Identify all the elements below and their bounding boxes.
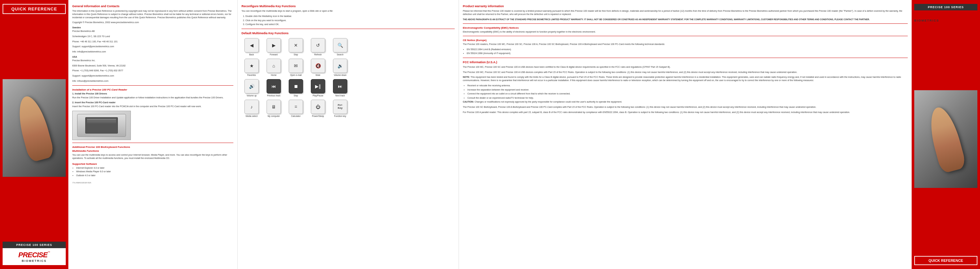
default-keys-title: Default Multimedia Key Functions <box>242 32 455 35</box>
key-mycomputer: 🖥 My computer <box>264 100 284 118</box>
forward-key-label: Forward <box>270 53 278 56</box>
key-refresh: ↺ Refresh <box>308 38 328 56</box>
fcc-caution-label: CAUTION: <box>463 100 474 103</box>
playpause-key-icon: ▶‖ <box>311 79 325 94</box>
quick-reference-title: QUICK REFERENCE <box>3 4 66 14</box>
volup-key-label: Volume up <box>247 94 257 97</box>
key-media: ♪ Media select <box>242 100 262 118</box>
warranty-section: Product warranty information Please be i… <box>463 5 908 21</box>
fcc-note-label: NOTE: <box>463 76 471 78</box>
stop2-key-label: Stop <box>294 94 298 97</box>
divider-2 <box>72 143 233 143</box>
keyboard-row-4: ♪ Media select 🖥 My computer = Calculato… <box>242 100 455 118</box>
fcc-measure-3: Connect the equipment into an outlet on … <box>468 92 908 96</box>
logo-tm-left: ™ <box>48 251 50 254</box>
fcc-note-body: This equipment has been tested and found… <box>463 76 901 81</box>
mute-key-icon: 🔇 <box>311 59 325 73</box>
pcmcia-image <box>72 111 131 140</box>
search-key-icon: 🔍 <box>333 38 347 53</box>
reconfigure-body: You can reconfigure the multimedia keys … <box>242 10 455 13</box>
keyboard-grid: ◀ Back ▶ Forward ✕ Stop ↺ Refresh <box>242 38 455 117</box>
fcc-measure-4: Consult the dealer or an experienced rad… <box>468 96 908 100</box>
fcc-measure-1: Reorient or relocate the receiving anten… <box>468 84 908 88</box>
calculator-key-icon: = <box>289 100 303 114</box>
warranty-caps: THE ABOVE PARAGRAPH IS AN EXTRACT OF THE… <box>463 18 908 21</box>
usa-label: USA <box>72 56 233 59</box>
multimedia-title: Multimedia Functions <box>72 150 233 153</box>
emc-body: Electromagnetic compatibility (EMC) is t… <box>463 30 908 33</box>
home-key-icon: ⌂ <box>267 59 281 73</box>
finger-shape <box>13 93 55 163</box>
sweden-company: Precise Biometrics AB <box>72 30 233 33</box>
step1-body: Run the Precise 100 Driver Installation … <box>72 96 233 99</box>
key-stop2: ⏹ Stop <box>286 79 306 97</box>
middle-content-panel: Reconfigure Multimedia Key Functions You… <box>238 0 459 269</box>
media-key-label: Media select <box>246 115 258 118</box>
key-email: ✉ Open e-mail <box>286 59 306 76</box>
quick-reference-title-right: QUICK REFERENCE <box>914 256 977 265</box>
voldown-key-icon: 🔉 <box>333 59 347 73</box>
back-key-icon: ◀ <box>245 38 259 53</box>
step1-title: 1. Install the Precise 100 Drivers <box>72 92 233 96</box>
favorites-key-icon: ★ <box>245 59 259 73</box>
sweden-label: Sweden <box>72 26 233 29</box>
key-search: 🔍 Search <box>330 38 350 56</box>
key-nexttrack: ⏭ Next track <box>330 79 350 97</box>
supported-title: Supported Software <box>72 162 233 166</box>
general-info-body: The information in this Quick Reference … <box>72 10 233 19</box>
fn-key-label: Function key <box>334 115 346 118</box>
forward-key-icon: ▶ <box>267 38 281 53</box>
key-favorites: ★ Favorites <box>242 59 262 76</box>
ce-section: CE Notice (Europe) The Precise 100 reade… <box>463 39 908 55</box>
supported-list: Internet Explorer 4.0 or later Windows M… <box>72 166 233 177</box>
sweden-info: Info: info@precisebiometrics.com <box>72 50 233 53</box>
finger-image-right <box>914 90 977 188</box>
fcc-measures-list: Reorient or relocate the receiving anten… <box>463 84 908 100</box>
series-label-left: PRECISE 100 SERIES <box>3 242 66 248</box>
key-playpause: ▶‖ Play/Pause <box>308 79 328 97</box>
reconfig-step-3: Configure the key, and select OK. <box>245 23 455 26</box>
installation-section: Installation of a Precise 100 PC-Card Re… <box>72 88 233 140</box>
divider-1 <box>72 85 233 86</box>
calculator-key-label: Calculator <box>291 115 301 118</box>
logo-area-right: PRECISE ™ BIOMETRICS <box>914 10 977 22</box>
mycomputer-key-label: My computer <box>267 115 280 118</box>
left-content-panel: General Information and Contacts The inf… <box>68 0 238 269</box>
installation-title: Installation of a Precise 100 PC-Card Re… <box>72 88 233 91</box>
prevtrack-key-label: Previous track <box>267 94 280 97</box>
usa-support: Support: support@precisebiometrics.com <box>72 74 233 78</box>
fcc-body1: The Precise 100 MC, Precise 100 SC and P… <box>463 65 908 69</box>
ce-standards-list: EN 55022:1994 Limit B (Radiated emission… <box>463 48 908 55</box>
mute-key-label: Mute <box>316 74 320 76</box>
sweden-address: Scheelevägen 19 C, SE-223 70 Lund <box>72 35 233 38</box>
step2-title: 2. Insert the Precise 100 PC-Card reader <box>72 101 233 104</box>
logo-biometrics-left: BIOMETRICS <box>22 259 47 263</box>
stop-key-label: Stop <box>294 53 298 56</box>
finger-image <box>3 79 66 177</box>
fcc-caution: CAUTION: Changes or modifications not ex… <box>463 100 908 103</box>
logo-biometrics-right: BIOMETRICS <box>914 19 977 22</box>
refresh-key-label: Refresh <box>314 53 322 56</box>
key-prevtrack: ⏮ Previous track <box>264 79 284 97</box>
usa-company: Precise Biometrics Inc. <box>72 59 233 62</box>
multimedia-body: You can use the multimedia keys to acces… <box>72 153 233 160</box>
logo-precise-left: PRECISE <box>18 251 48 259</box>
nexttrack-key-icon: ⏭ <box>333 79 347 94</box>
ce-title: CE Notice (Europe) <box>463 39 908 42</box>
fcc-measure-2: Increase the separation between the equi… <box>468 88 908 92</box>
fn-key-icon: Fn+Key <box>333 100 347 114</box>
keyboard-row-3: 🔊 Volume up ⏮ Previous track ⏹ Stop ▶‖ P… <box>242 79 455 97</box>
back-key-label: Back <box>249 53 254 56</box>
default-keys-section: Default Multimedia Key Functions ◀ Back … <box>242 32 455 117</box>
reconfigure-section: Reconfigure Multimedia Key Functions You… <box>242 5 455 26</box>
fcc-section: FCC Information (U.S.A.) The Precise 100… <box>463 60 908 114</box>
key-mute: 🔇 Mute <box>308 59 328 76</box>
powersleep-key-label: Power/Sleep <box>312 115 324 118</box>
volup-key-icon: 🔊 <box>245 79 259 94</box>
general-info-title: General Information and Contacts <box>72 5 233 8</box>
right-sidebar: PRECISE 100 SERIES PRECISE ™ BIOMETRICS … <box>912 0 980 269</box>
warranty-body1: Please be informed that this Precise 100… <box>463 10 908 16</box>
step2-body: Insert the Precise 100 PC-Card reader in… <box>72 105 233 108</box>
logo-precise-right: PRECISE <box>914 10 943 19</box>
favorites-key-label: Favorites <box>247 74 256 76</box>
